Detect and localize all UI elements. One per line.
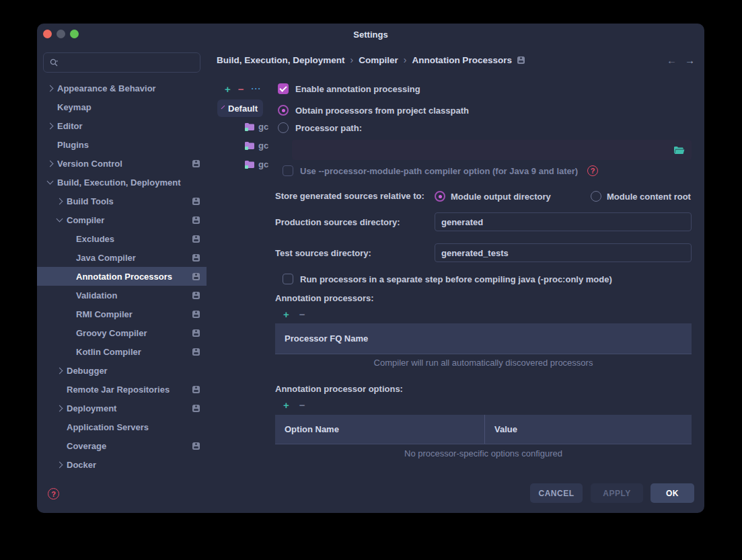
- chevron-right-icon[interactable]: [57, 198, 63, 204]
- sidebar-item-application-servers[interactable]: Application Servers: [37, 417, 207, 436]
- chevron-right-icon[interactable]: [57, 405, 63, 411]
- sidebar-item-rmi-compiler[interactable]: RMI Compiler: [37, 305, 207, 323]
- profile-folder-icon: [244, 141, 255, 150]
- options-remove-button[interactable]: −: [299, 399, 305, 411]
- cancel-button[interactable]: CANCEL: [530, 483, 583, 503]
- proc-only-checkbox[interactable]: Run processors in a separate step before…: [283, 274, 612, 284]
- sidebar-item-build-tools[interactable]: Build Tools: [37, 192, 207, 210]
- test-sources-input[interactable]: [435, 243, 692, 262]
- search-box[interactable]: [43, 52, 200, 73]
- chevron-right-icon[interactable]: [47, 160, 54, 167]
- apply-button[interactable]: APPLY: [591, 483, 643, 503]
- settings-window: Settings Appearance & BehaviorKeymapEdit…: [37, 24, 704, 513]
- enable-annotation-processing-checkbox[interactable]: Enable annotation processing: [278, 83, 420, 94]
- module-path-help-icon[interactable]: ?: [587, 165, 598, 176]
- sidebar-item-label: Java Compiler: [76, 253, 136, 263]
- processor-path-radio[interactable]: Processor path:: [278, 122, 362, 133]
- folder-picker-icon[interactable]: [673, 146, 685, 155]
- chevron-right-icon[interactable]: [57, 461, 63, 468]
- sidebar-item-docker[interactable]: Docker: [37, 455, 207, 474]
- radio-unselected-icon: [278, 122, 289, 133]
- module-path-checkbox[interactable]: Use --processor-module-path compiler opt…: [283, 165, 598, 176]
- sidebar-item-label: Docker: [67, 460, 96, 470]
- sidebar-item-label: Plugins: [57, 140, 89, 150]
- project-level-badge-icon: [192, 273, 200, 280]
- project-level-badge-icon: [192, 348, 200, 356]
- project-level-badge-icon: [192, 216, 200, 224]
- sidebar-item-validation[interactable]: Validation: [37, 286, 207, 305]
- sidebar-item-groovy-compiler[interactable]: Groovy Compiler: [37, 323, 207, 342]
- module-content-root-radio[interactable]: Module content root: [591, 191, 691, 202]
- chevron-right-icon[interactable]: [47, 85, 54, 91]
- profile-remove-button[interactable]: −: [238, 83, 244, 95]
- processor-options-section-label: Annotation processor options:: [275, 384, 403, 394]
- breadcrumb-segment-build-execution-deployment[interactable]: Build, Execution, Deployment: [217, 55, 345, 65]
- forward-arrow-icon[interactable]: →: [685, 54, 695, 66]
- breadcrumb-segment-compiler[interactable]: Compiler: [359, 55, 398, 65]
- value-column-header: Value: [484, 415, 692, 444]
- profile-add-button[interactable]: +: [225, 83, 231, 95]
- profile-module-node[interactable]: gc: [217, 155, 270, 173]
- checkbox-checked-icon: [278, 83, 289, 94]
- project-level-badge-icon: [192, 442, 200, 450]
- project-level-badge-icon: [192, 311, 200, 318]
- chevron-down-icon[interactable]: [57, 216, 63, 223]
- sidebar-item-remote-jar-repositories[interactable]: Remote Jar Repositories: [37, 380, 207, 399]
- project-level-badge-icon: [192, 405, 200, 412]
- sidebar-item-excludes[interactable]: Excludes: [37, 229, 207, 248]
- profile-module-node[interactable]: gc: [217, 117, 270, 136]
- help-icon[interactable]: ?: [48, 488, 59, 499]
- chevron-down-icon: [221, 106, 225, 110]
- module-output-directory-label: Module output directory: [451, 192, 551, 202]
- sidebar-item-keymap[interactable]: Keymap: [37, 97, 207, 116]
- option-name-column-header: Option Name: [275, 415, 484, 444]
- profile-module-label: gc: [258, 159, 268, 169]
- module-output-directory-radio[interactable]: Module output directory: [435, 191, 551, 202]
- chevron-down-icon[interactable]: [47, 178, 54, 185]
- breadcrumb-segment-annotation-processors[interactable]: Annotation Processors: [412, 55, 512, 65]
- processor-path-field[interactable]: [292, 140, 692, 160]
- sidebar-item-editor[interactable]: Editor: [37, 116, 207, 135]
- search-input[interactable]: [63, 57, 194, 69]
- sidebar-item-compiler[interactable]: Compiler: [37, 210, 207, 229]
- test-sources-label: Test sources directory:: [275, 248, 371, 258]
- sidebar-item-debugger[interactable]: Debugger: [37, 361, 207, 380]
- profiles-panel: + − ··· Default gcgcgc: [217, 81, 270, 184]
- chevron-right-icon[interactable]: [47, 122, 54, 129]
- store-generated-label: Store generated sources relative to:: [275, 191, 424, 201]
- ok-button[interactable]: OK: [651, 483, 694, 503]
- profile-folder-icon: [244, 122, 255, 131]
- sidebar-item-kotlin-compiler[interactable]: Kotlin Compiler: [37, 342, 207, 361]
- checkbox-unchecked-icon: [283, 274, 293, 284]
- obtain-processors-radio[interactable]: Obtain processors from project classpath: [278, 105, 469, 116]
- sidebar-item-label: Annotation Processors: [76, 272, 172, 282]
- processor-path-input[interactable]: [292, 145, 673, 155]
- profile-default-node[interactable]: Default: [217, 99, 263, 117]
- production-sources-input[interactable]: [435, 212, 692, 231]
- sidebar-item-appearance-behavior[interactable]: Appearance & Behavior: [37, 79, 207, 97]
- sidebar-item-build-execution-deployment[interactable]: Build, Execution, Deployment: [37, 173, 207, 192]
- breadcrumb-separator: ›: [404, 54, 407, 65]
- processors-add-button[interactable]: +: [283, 309, 289, 320]
- sidebar-item-label: Build Tools: [67, 196, 114, 206]
- sidebar-item-label: Compiler: [67, 215, 104, 225]
- processors-remove-button[interactable]: −: [299, 309, 305, 320]
- project-level-badge-icon: [192, 198, 200, 205]
- sidebar-item-annotation-processors[interactable]: Annotation Processors: [37, 267, 207, 286]
- sidebar-item-coverage[interactable]: Coverage: [37, 436, 207, 455]
- sidebar-item-label: Debugger: [67, 366, 108, 376]
- back-arrow-icon[interactable]: ←: [667, 54, 677, 66]
- sidebar-item-label: Keymap: [57, 102, 91, 112]
- profile-default-label: Default: [228, 104, 258, 114]
- sidebar-item-deployment[interactable]: Deployment: [37, 399, 207, 417]
- processors-table-header: Processor FQ Name: [275, 323, 692, 354]
- sidebar-item-version-control[interactable]: Version Control: [37, 154, 207, 173]
- processors-toolbar: + −: [283, 309, 305, 320]
- profile-module-node[interactable]: gc: [217, 136, 270, 155]
- chevron-right-icon[interactable]: [57, 367, 63, 374]
- sidebar-item-plugins[interactable]: Plugins: [37, 135, 207, 154]
- sidebar-item-java-compiler[interactable]: Java Compiler: [37, 248, 207, 267]
- profile-more-button[interactable]: ···: [252, 84, 262, 93]
- breadcrumb: Build, Execution, Deployment›Compiler›An…: [217, 54, 525, 65]
- options-add-button[interactable]: +: [283, 399, 289, 411]
